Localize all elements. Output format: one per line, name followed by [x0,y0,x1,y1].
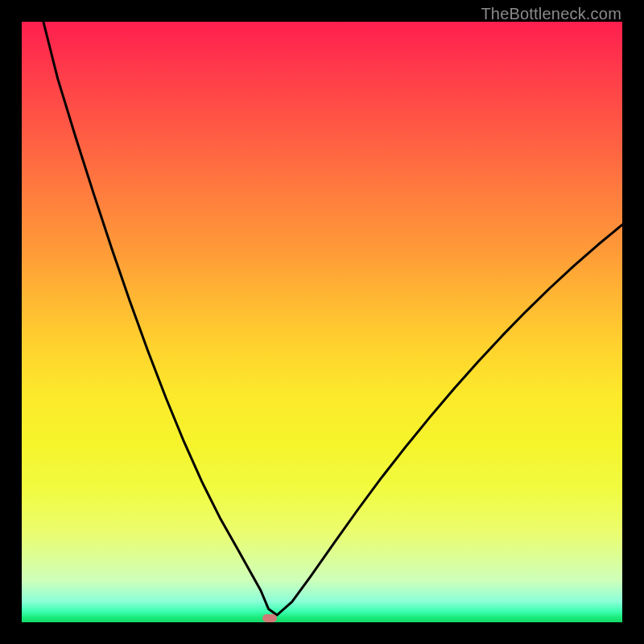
bottleneck-curve [22,22,622,622]
watermark-text: TheBottleneck.com [481,5,621,23]
plot-area [22,22,622,622]
min-marker [262,614,277,622]
chart-frame: TheBottleneck.com [0,0,644,644]
